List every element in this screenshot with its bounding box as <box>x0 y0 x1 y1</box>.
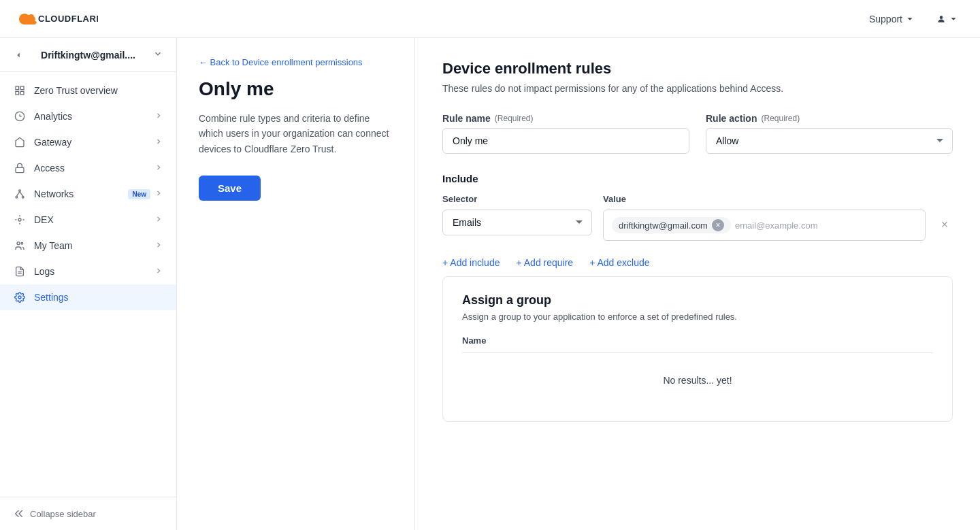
panel-title: Only me <box>199 78 393 100</box>
value-col-header: Value <box>603 194 953 204</box>
sidebar-item-analytics[interactable]: Analytics <box>0 103 176 129</box>
svg-text:CLOUDFLARE: CLOUDFLARE <box>38 14 98 24</box>
save-button[interactable]: Save <box>199 176 261 201</box>
value-placeholder: email@example.com <box>735 220 818 231</box>
sidebar-label-networks: Networks <box>34 188 74 199</box>
nav-items: Zero Trust overview Analytics <box>0 72 176 497</box>
rule-name-input[interactable] <box>442 128 689 154</box>
assign-group-title: Assign a group <box>462 293 933 308</box>
chevron-down-icon <box>905 14 915 24</box>
value-tag-email: driftkingtw@gmail.com × <box>612 217 731 233</box>
sidebar-item-access[interactable]: Access <box>0 155 176 181</box>
value-tag-remove-button[interactable]: × <box>712 219 724 231</box>
logs-chevron-icon <box>154 266 163 277</box>
account-chevron-icon <box>949 14 958 24</box>
svg-point-19 <box>17 242 20 245</box>
form-group-rule-action: Rule action (Required) Allow Block <box>706 113 953 154</box>
assign-group-desc: Assign a group to your application to en… <box>462 312 933 322</box>
user-icon <box>936 14 946 24</box>
section-title: Device enrollment rules <box>442 60 953 78</box>
sidebar-item-my-team[interactable]: My Team <box>0 233 176 259</box>
form-row-rule: Rule name (Required) Rule action (Requir… <box>442 113 953 154</box>
my-team-icon <box>14 239 26 252</box>
assign-group-section: Assign a group Assign a group to your ap… <box>442 276 953 422</box>
networks-chevron-icon <box>154 188 163 199</box>
back-to-permissions-link[interactable]: ← Back to Device enrollment permissions <box>199 57 393 67</box>
value-field[interactable]: driftkingtw@gmail.com × email@example.co… <box>603 210 926 241</box>
topbar: CLOUDFLARE Support <box>0 0 980 38</box>
my-team-chevron-icon <box>154 240 163 251</box>
sidebar-item-zero-trust[interactable]: Zero Trust overview <box>0 78 176 103</box>
svg-line-16 <box>16 192 20 197</box>
svg-line-17 <box>20 192 23 197</box>
cloudflare-logo[interactable]: CLOUDFLARE <box>16 5 98 32</box>
sidebar-label-analytics: Analytics <box>34 111 72 122</box>
topbar-left: CLOUDFLARE <box>16 5 98 32</box>
support-label: Support <box>869 14 902 24</box>
account-chevron-icon[interactable] <box>153 49 163 61</box>
collapse-sidebar-button[interactable]: Collapse sidebar <box>14 508 96 519</box>
svg-point-23 <box>18 296 21 299</box>
rule-name-label: Rule name (Required) <box>442 113 689 124</box>
selector-row: Emails Email domain IP ranges Country Ev… <box>442 210 953 241</box>
section-description: These rules do not impact permissions fo… <box>442 83 953 94</box>
gateway-icon <box>14 136 26 148</box>
gateway-chevron-icon <box>154 137 163 148</box>
svg-point-13 <box>19 190 21 192</box>
sidebar-label-my-team: My Team <box>34 240 73 251</box>
table-col-name: Name <box>462 335 933 346</box>
selector-col-header: Selector <box>442 194 592 204</box>
right-panel: Device enrollment rules These rules do n… <box>415 38 980 530</box>
networks-new-badge: New <box>128 189 150 199</box>
svg-rect-8 <box>20 91 24 95</box>
svg-point-1 <box>22 14 29 21</box>
topbar-right: Support <box>864 11 964 27</box>
sidebar-back-button[interactable] <box>14 50 23 60</box>
add-include-button[interactable]: + Add include <box>442 257 500 268</box>
svg-rect-5 <box>16 86 19 90</box>
networks-icon <box>14 188 26 200</box>
account-button[interactable] <box>931 12 964 27</box>
app-root: CLOUDFLARE Support Driftkingtw@gmail.... <box>0 0 980 530</box>
svg-point-20 <box>21 242 23 244</box>
svg-point-14 <box>16 196 18 198</box>
svg-point-15 <box>22 196 24 198</box>
svg-rect-6 <box>20 86 24 90</box>
back-arrow-icon <box>14 50 23 60</box>
form-group-rule-name: Rule name (Required) <box>442 113 689 154</box>
sidebar-footer: Collapse sidebar <box>0 497 176 530</box>
support-button[interactable]: Support <box>864 11 920 27</box>
add-exclude-button[interactable]: + Add exclude <box>589 257 649 268</box>
sidebar-label-logs: Logs <box>34 266 54 277</box>
include-section: Include Selector Value Emails Email doma… <box>442 173 953 241</box>
sidebar: Driftkingtw@gmail.... Zero Trust overvie… <box>0 38 177 530</box>
main-layout: Driftkingtw@gmail.... Zero Trust overvie… <box>0 38 980 530</box>
settings-icon <box>14 291 26 303</box>
analytics-icon <box>14 110 26 122</box>
sidebar-item-networks[interactable]: Networks New <box>0 181 176 207</box>
selector-header: Selector Value <box>442 194 953 204</box>
dex-chevron-icon <box>154 214 163 225</box>
table-header: Name <box>462 335 933 353</box>
svg-point-2 <box>29 14 34 20</box>
access-icon <box>14 162 26 174</box>
left-panel: ← Back to Device enrollment permissions … <box>177 38 415 530</box>
add-links: + Add include + Add require + Add exclud… <box>442 257 953 268</box>
sidebar-label-access: Access <box>34 163 65 173</box>
dex-icon <box>14 214 26 226</box>
panel-description: Combine rule types and criteria to defin… <box>199 111 393 156</box>
rule-action-label: Rule action (Required) <box>706 113 953 124</box>
sidebar-item-logs[interactable]: Logs <box>0 259 176 284</box>
sidebar-item-gateway[interactable]: Gateway <box>0 129 176 155</box>
logs-icon <box>14 265 26 278</box>
remove-row-button[interactable]: × <box>936 216 953 233</box>
sidebar-item-settings[interactable]: Settings <box>0 284 176 310</box>
rule-action-select[interactable]: Allow Block <box>706 128 953 154</box>
access-chevron-icon <box>154 163 163 173</box>
analytics-chevron-icon <box>154 111 163 122</box>
svg-point-4 <box>940 16 943 19</box>
sidebar-label-dex: DEX <box>34 214 54 225</box>
add-require-button[interactable]: + Add require <box>516 257 573 268</box>
selector-select[interactable]: Emails Email domain IP ranges Country Ev… <box>442 210 592 235</box>
sidebar-item-dex[interactable]: DEX <box>0 207 176 233</box>
